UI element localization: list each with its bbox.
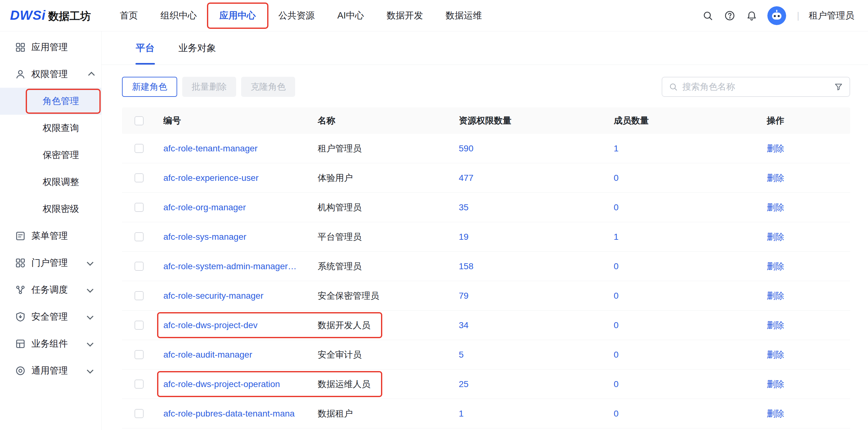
batch-delete-button[interactable]: 批量删除	[182, 77, 236, 97]
role-name: 平台管理员	[318, 232, 362, 242]
role-id-link[interactable]: afc-role-pubres-data-tenant-mana	[163, 409, 295, 419]
sidebar-item-6[interactable]: 业务组件	[0, 330, 101, 357]
resource-count-link[interactable]: 34	[459, 320, 468, 330]
row-checkbox[interactable]	[134, 350, 144, 359]
chevron-up-icon	[88, 72, 95, 78]
resource-count-link[interactable]: 25	[459, 379, 468, 389]
row-checkbox[interactable]	[134, 203, 144, 212]
resource-count-link[interactable]: 79	[459, 291, 468, 301]
delete-link[interactable]: 删除	[767, 291, 784, 301]
role-id-link[interactable]: afc-role-org-manager	[163, 202, 246, 212]
topnav: 首页组织中心应用中心公共资源AI中心数据开发数据运维	[108, 0, 493, 31]
member-count-link[interactable]: 0	[614, 379, 619, 389]
resource-count-link[interactable]: 590	[459, 143, 473, 153]
role-id-link[interactable]: afc-role-security-manager	[163, 291, 264, 301]
sidebar-item-4[interactable]: 任务调度	[0, 276, 101, 303]
sidebar-subitem-1-3[interactable]: 权限调整	[0, 169, 101, 196]
sidebar-subitem-1-2[interactable]: 保密管理	[0, 142, 101, 169]
chevron-down-icon	[87, 313, 93, 319]
sidebar-item-7[interactable]: 通用管理	[0, 357, 101, 384]
resource-count-link[interactable]: 158	[459, 261, 473, 271]
help-icon[interactable]	[723, 9, 736, 22]
member-count-link[interactable]: 0	[614, 173, 619, 183]
tab-0[interactable]: 平台	[136, 31, 155, 65]
topnav-item-4[interactable]: AI中心	[326, 0, 375, 31]
role-id-link[interactable]: afc-role-tenant-manager	[163, 143, 257, 153]
row-checkbox[interactable]	[134, 409, 144, 418]
sidebar-subitem-1-0[interactable]: 角色管理	[0, 88, 101, 115]
topnav-item-label: 首页	[120, 9, 138, 22]
topnav-item-3[interactable]: 公共资源	[267, 0, 326, 31]
resource-count-link[interactable]: 19	[459, 232, 468, 242]
sidebar-item-0[interactable]: 应用管理	[0, 34, 101, 61]
member-count-link[interactable]: 0	[614, 320, 619, 330]
topnav-item-5[interactable]: 数据开发	[375, 0, 434, 31]
sidebar-item-1[interactable]: 权限管理	[0, 61, 101, 88]
filter-icon[interactable]	[834, 82, 843, 92]
sidebar-item-3[interactable]: 门户管理	[0, 250, 101, 276]
row-checkbox[interactable]	[134, 232, 144, 241]
portal-icon	[14, 257, 26, 269]
app-logo: DWSi 数据工坊	[10, 8, 91, 24]
delete-link[interactable]: 删除	[767, 173, 784, 183]
row-checkbox[interactable]	[134, 379, 144, 389]
table-row-0: afc-role-tenant-manager租户管理员5901删除	[122, 134, 850, 163]
new-role-button[interactable]: 新建角色	[122, 77, 177, 97]
header-actions: | 租户管理员	[702, 6, 854, 25]
role-id-link[interactable]: afc-role-sys-manager	[163, 232, 246, 242]
delete-link[interactable]: 删除	[767, 261, 784, 271]
member-count-link[interactable]: 0	[614, 261, 619, 271]
table-row-3: afc-role-sys-manager平台管理员191删除	[122, 222, 850, 252]
delete-link[interactable]: 删除	[767, 143, 784, 153]
topnav-item-2[interactable]: 应用中心	[208, 0, 267, 31]
member-count-link[interactable]: 1	[614, 232, 619, 242]
resource-count-link[interactable]: 1	[459, 409, 464, 419]
delete-link[interactable]: 删除	[767, 232, 784, 242]
role-id-link[interactable]: afc-role-dws-project-dev	[163, 320, 257, 330]
sidebar-subitem-1-4[interactable]: 权限密级	[0, 196, 101, 223]
member-count-link[interactable]: 0	[614, 409, 619, 419]
resource-count-link[interactable]: 5	[459, 350, 464, 360]
avatar[interactable]	[767, 6, 786, 25]
topnav-item-0[interactable]: 首页	[108, 0, 149, 31]
topnav-item-1[interactable]: 组织中心	[149, 0, 208, 31]
role-id-link[interactable]: afc-role-experience-user	[163, 173, 258, 183]
row-checkbox[interactable]	[134, 291, 144, 300]
tab-1[interactable]: 业务对象	[179, 31, 216, 65]
sidebar-item-label: 应用管理	[31, 41, 68, 54]
sidebar: 应用管理权限管理角色管理权限查询保密管理权限调整权限密级菜单管理门户管理任务调度…	[0, 31, 102, 430]
sidebar-item-2[interactable]: 菜单管理	[0, 223, 101, 250]
delete-link[interactable]: 删除	[767, 350, 784, 360]
chevron-down-icon	[87, 286, 93, 292]
member-count-link[interactable]: 0	[614, 350, 619, 360]
sidebar-subitem-1-1[interactable]: 权限查询	[0, 115, 101, 142]
role-id-link[interactable]: afc-role-audit-manager	[163, 350, 252, 360]
sidebar-subitem-label: 角色管理	[43, 95, 79, 107]
tab-label: 业务对象	[179, 42, 216, 55]
member-count-link[interactable]: 0	[614, 291, 619, 301]
row-checkbox[interactable]	[134, 321, 144, 330]
resource-count-link[interactable]: 477	[459, 173, 473, 183]
clone-role-button[interactable]: 克隆角色	[241, 77, 295, 97]
role-id-link[interactable]: afc-role-system-admin-manager…	[163, 261, 297, 271]
role-name: 安全保密管理员	[318, 291, 379, 301]
delete-link[interactable]: 删除	[767, 202, 784, 212]
search-icon[interactable]	[702, 9, 714, 22]
role-id-link[interactable]: afc-role-dws-project-operation	[163, 379, 280, 389]
resource-count-link[interactable]: 35	[459, 202, 468, 212]
bell-icon[interactable]	[745, 9, 758, 22]
delete-link[interactable]: 删除	[767, 320, 784, 330]
row-checkbox[interactable]	[134, 173, 144, 183]
member-count-link[interactable]: 0	[614, 202, 619, 212]
role-search-box	[662, 77, 850, 97]
delete-link[interactable]: 删除	[767, 379, 784, 389]
topnav-item-6[interactable]: 数据运维	[434, 0, 493, 31]
row-checkbox[interactable]	[134, 262, 144, 271]
select-all-checkbox[interactable]	[134, 116, 144, 125]
role-name: 体验用户	[318, 173, 353, 183]
row-checkbox[interactable]	[134, 144, 144, 153]
delete-link[interactable]: 删除	[767, 409, 784, 419]
sidebar-item-5[interactable]: 安全管理	[0, 303, 101, 330]
member-count-link[interactable]: 1	[614, 143, 619, 153]
search-input[interactable]	[682, 82, 830, 92]
